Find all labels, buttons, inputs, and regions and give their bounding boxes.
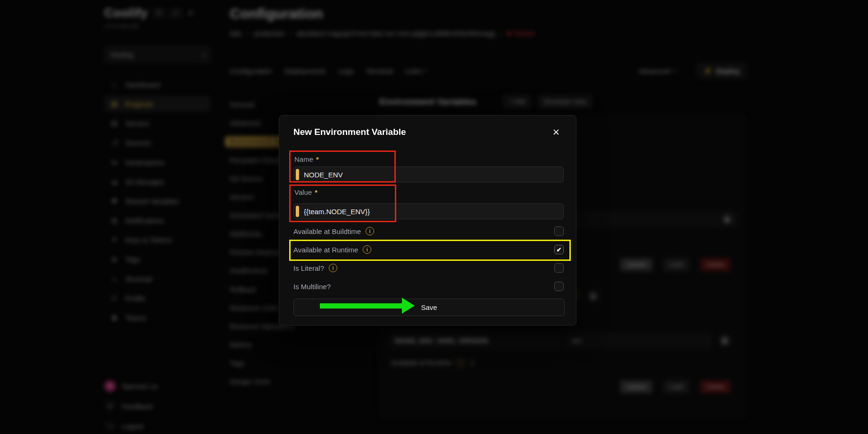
close-icon[interactable]: ✕ <box>552 128 560 137</box>
info-icon[interactable]: i <box>363 245 371 254</box>
info-icon[interactable]: i <box>366 227 374 235</box>
required-asterisk: * <box>316 155 319 164</box>
input-accent-bar <box>296 169 299 180</box>
value-field-label: Value * <box>294 188 564 197</box>
runtime-checkbox[interactable]: ✔ <box>554 245 564 254</box>
coolify-app: Coolify ⌘ K ⚙ v4.0.0-beta.360 Hosting ▾ … <box>0 0 868 434</box>
modal-title: New Environment Variable <box>293 127 564 139</box>
literal-checkbox[interactable] <box>554 263 564 273</box>
multiline-row: Is Multiline? <box>293 281 564 292</box>
buildtime-row: Available at Buildtime i <box>293 226 564 236</box>
buildtime-checkbox[interactable] <box>554 226 564 236</box>
name-field-label: Name * <box>294 155 564 164</box>
multiline-checkbox[interactable] <box>554 282 564 291</box>
value-input[interactable]: {{team.NODE_ENV}} <box>293 203 564 219</box>
name-input[interactable]: NODE_ENV <box>293 167 564 183</box>
required-asterisk: * <box>315 188 317 197</box>
literal-row: Is Literal? i <box>293 263 564 273</box>
new-env-variable-modal: New Environment Variable ✕ Name * NODE_E… <box>279 115 576 326</box>
check-icon: ✔ <box>557 246 562 253</box>
runtime-row: Available at Runtime i ✔ <box>293 244 564 255</box>
input-accent-bar <box>296 206 299 217</box>
info-icon[interactable]: i <box>329 264 337 272</box>
save-button[interactable]: Save <box>293 299 565 316</box>
